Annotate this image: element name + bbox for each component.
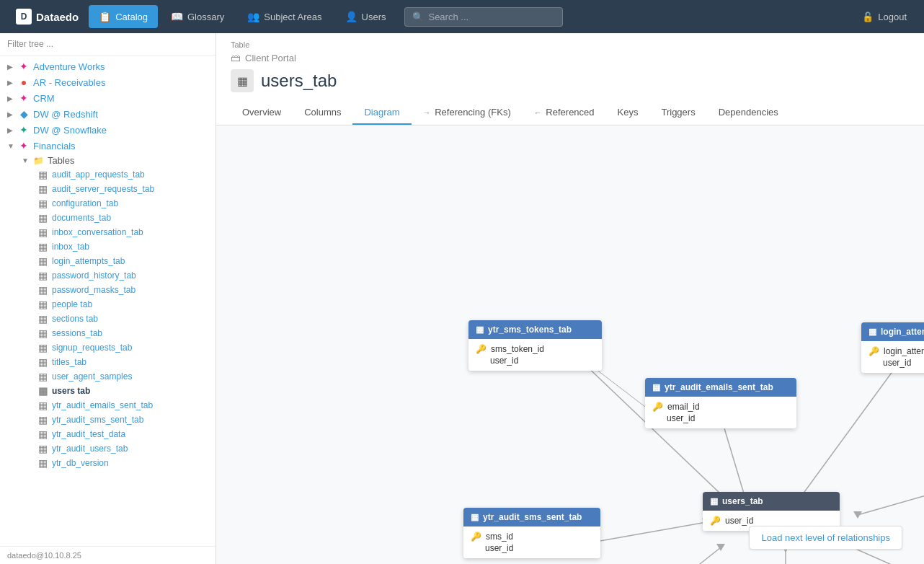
table-login[interactable]: ▦ login_attempts_tab <box>30 254 216 268</box>
table-icon: ▦ <box>36 414 49 426</box>
field-row: user_id <box>476 355 595 366</box>
logout-icon: 🔓 <box>862 12 874 22</box>
sidebar-item-people-tab[interactable]: ▦ people tab <box>30 297 216 312</box>
sidebar-item-sections-tab[interactable]: ▦ sections tab <box>30 312 216 326</box>
svg-line-2 <box>724 428 746 501</box>
page-path: 🗃 Client Portal <box>231 52 910 63</box>
load-next-button[interactable]: Load next level of relationships <box>749 526 902 550</box>
svg-line-4 <box>793 360 901 508</box>
table-user-agent[interactable]: ▦ user_agent_samples <box>30 369 216 384</box>
tables-label: Tables <box>48 155 75 166</box>
card-users-tab[interactable]: ▦ users_tab 🔑 user_id <box>703 492 840 531</box>
svg-line-6 <box>858 486 924 515</box>
card-ytr-sms-tokens[interactable]: ▦ ytr_sms_tokens_tab 🔑 sms_token_id user… <box>468 320 602 371</box>
tab-diagram[interactable]: Diagram <box>352 101 411 125</box>
adventure-works-label: Adventure Works <box>33 61 105 72</box>
table-icon: ▦ <box>36 284 49 296</box>
page-title: ▦ users_tab <box>231 69 910 92</box>
key-icon: 🔑 <box>471 532 481 542</box>
table-label: configuration_tab <box>52 198 118 208</box>
table-label: ytr_audit_users_tab <box>52 444 128 454</box>
table-label: ytr_audit_emails_sent_tab <box>52 400 153 410</box>
tab-triggers[interactable]: Triggers <box>649 101 706 125</box>
tab-referenced[interactable]: ← Referenced <box>523 101 606 125</box>
card-header: ▦ login_attempts_tab <box>861 322 924 341</box>
content-header: Table 🗃 Client Portal ▦ users_tab Overvi… <box>216 33 924 125</box>
table-ytr-test[interactable]: ▦ ytr_audit_test_data <box>30 427 216 441</box>
expand-arrow-crm: ▶ <box>7 94 14 102</box>
card-ytr-audit-emails[interactable]: ▦ ytr_audit_emails_sent_tab 🔑 email_id u… <box>645 378 796 428</box>
sidebar-item-crm[interactable]: ▶ ✦ CRM <box>0 90 216 106</box>
card-body: 🔑 email_id user_id <box>645 397 796 428</box>
card-title: ytr_sms_tokens_tab <box>488 325 572 335</box>
table-ytr-db[interactable]: ▦ ytr_db_version <box>30 456 216 470</box>
tables-folder-container: ▼ 📁 Tables ▦ audit_app_requests_tab ▦ au… <box>0 154 216 470</box>
adventure-works-icon: ✦ <box>17 61 30 72</box>
table-sessions[interactable]: ▦ sessions_tab <box>30 326 216 340</box>
nav-glossary[interactable]: 📖 Glossary <box>161 5 234 28</box>
table-documents[interactable]: ▦ documents_tab <box>30 211 216 225</box>
table-icon: ▦ <box>36 443 49 454</box>
table-ytr-users[interactable]: ▦ ytr_audit_users_tab <box>30 441 216 456</box>
dw-redshift-icon: ◆ <box>17 108 30 120</box>
tab-referencing[interactable]: → Referencing (FKs) <box>412 101 523 125</box>
field-name: user_id <box>490 356 518 366</box>
table-signup[interactable]: ▦ signup_requests_tab <box>30 340 216 355</box>
sidebar-item-ar[interactable]: ▶ ● AR - Receivables <box>0 74 216 90</box>
table-ytr-sms[interactable]: ▦ ytr_audit_sms_sent_tab <box>30 413 216 427</box>
table-inbox[interactable]: ▦ inbox_tab <box>30 239 216 254</box>
tab-keys[interactable]: Keys <box>606 101 650 125</box>
field-name: user_id <box>485 543 513 553</box>
page-title-text: users_tab <box>261 71 337 91</box>
tab-dependencies[interactable]: Dependencies <box>707 101 790 125</box>
expand-arrow: ▶ <box>7 63 14 71</box>
card-title: users_tab <box>722 496 763 506</box>
table-inbox-convo[interactable]: ▦ inbox_conversation_tab <box>30 225 216 239</box>
card-header: ▦ ytr_audit_emails_sent_tab <box>645 378 796 397</box>
table-icon: ▦ <box>36 327 49 339</box>
nav-subject-areas[interactable]: 👥 Subject Areas <box>237 5 332 28</box>
table-icon: ▦ <box>36 356 49 368</box>
search-input[interactable] <box>428 12 543 22</box>
sidebar-item-dw-redshift[interactable]: ▶ ◆ DW @ Redshift <box>0 106 216 122</box>
sidebar-item-financials[interactable]: ▼ ✦ Financials <box>0 138 216 154</box>
table-label: inbox_conversation_tab <box>52 227 143 237</box>
path-icon: 🗃 <box>231 52 241 63</box>
table-label: audit_app_requests_tab <box>52 169 145 180</box>
table-icon: ▦ <box>36 169 49 180</box>
table-pw-history[interactable]: ▦ password_history_tab <box>30 268 216 283</box>
dw-snowflake-label: DW @ Snowflake <box>33 125 107 136</box>
card-ytr-audit-sms[interactable]: ▦ ytr_audit_sms_sent_tab 🔑 sms_id user_i… <box>463 508 600 558</box>
table-ytr-emails[interactable]: ▦ ytr_audit_emails_sent_tab <box>30 398 216 413</box>
dw-snowflake-icon: ✦ <box>17 124 30 136</box>
table-list: ▦ audit_app_requests_tab ▦ audit_server_… <box>16 167 216 470</box>
table-config[interactable]: ▦ configuration_tab <box>30 196 216 211</box>
ar-label: AR - Receivables <box>33 77 105 88</box>
tab-overview[interactable]: Overview <box>231 101 293 125</box>
table-titles[interactable]: ▦ titles_tab <box>30 355 216 369</box>
table-audit-server[interactable]: ▦ audit_server_requests_tab <box>30 182 216 196</box>
card-login-attempts[interactable]: ▦ login_attempts_tab 🔑 login_attempt_id … <box>861 322 924 373</box>
tables-arrow: ▼ <box>22 157 29 164</box>
logout-button[interactable]: 🔓 Logout <box>853 7 915 27</box>
field-row: user_id <box>869 357 924 369</box>
nav-users[interactable]: 👤 Users <box>335 5 396 28</box>
brand[interactable]: D Dataedo <box>9 4 86 29</box>
catalog-icon: 📋 <box>99 11 111 22</box>
table-audit-app[interactable]: ▦ audit_app_requests_tab <box>30 167 216 182</box>
nav-catalog[interactable]: 📋 Catalog <box>89 5 158 28</box>
sidebar-item-adventure-works[interactable]: ▶ ✦ Adventure Works <box>0 58 216 74</box>
table-label: sessions_tab <box>52 328 102 338</box>
tab-columns[interactable]: Columns <box>293 101 352 125</box>
sidebar-item-users-tab[interactable]: ▦ users tab <box>30 384 216 398</box>
svg-marker-7 <box>853 511 862 519</box>
diagram-area[interactable]: ▦ ytr_sms_tokens_tab 🔑 sms_token_id user… <box>216 125 924 564</box>
grid-icon: ▦ <box>476 325 484 335</box>
tables-folder[interactable]: ▼ 📁 Tables <box>16 154 216 167</box>
key-icon: 🔑 <box>476 344 487 354</box>
sidebar-item-dw-snowflake[interactable]: ▶ ✦ DW @ Snowflake <box>0 122 216 138</box>
table-icon: ▦ <box>36 270 49 281</box>
field-row: 🔑 sms_token_id <box>476 343 595 355</box>
card-title: login_attempts_tab <box>881 327 924 337</box>
table-pw-masks[interactable]: ▦ password_masks_tab <box>30 283 216 297</box>
